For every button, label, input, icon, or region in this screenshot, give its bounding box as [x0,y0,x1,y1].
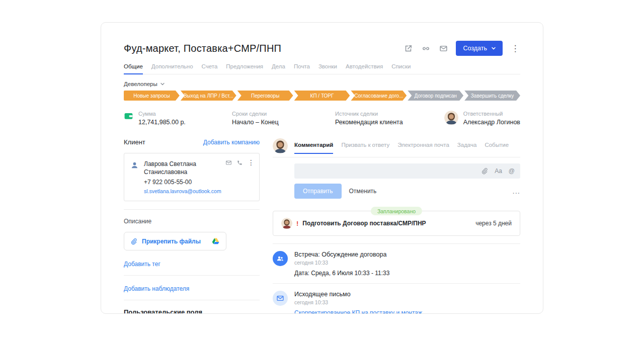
wallet-icon [124,111,133,121]
call-icon[interactable] [236,159,243,166]
owner-value[interactable]: Александр Логинов [463,119,520,126]
amount-value: 12,741,985.00 р. [138,119,186,126]
deal-card: Фуд-маркет, Поставка+СМР/ПНП Создать [101,22,543,314]
meeting-icon [273,251,288,266]
more-menu-icon[interactable]: ⋮ [510,43,520,53]
meeting-time: сегодня 10:33 [294,260,389,266]
main-tabs: Общие Дополнительно Счета Предложения Де… [124,63,520,74]
contact-email[interactable]: sl.svetlana.lavrova@outlook.com [144,188,221,194]
pipeline-selector[interactable]: Девелоперы [124,81,165,87]
timeline-panel: Комментарий Призвать к ответу Электронна… [273,138,520,313]
format-icon[interactable]: Aa [495,167,502,175]
email-time: сегодня 10:33 [294,299,462,305]
page-title: Фуд-маркет, Поставка+СМР/ПНП [124,43,281,54]
stage-contract-signed[interactable]: Договор подписан [408,91,463,101]
timeline-tabs-row: Комментарий Призвать к ответу Электронна… [273,138,520,157]
add-company-link[interactable]: Добавить компанию [203,139,260,146]
create-button-label: Создать [463,45,487,52]
google-drive-icon [211,237,220,245]
contact-phone[interactable]: +7 922 005-55-00 [144,179,221,186]
task-due: через 5 дней [475,220,512,227]
dates-block: Сроки сделки Начало – Конец [232,111,335,126]
stage-new-requests[interactable]: Новые запросы [124,91,180,101]
open-in-new-icon[interactable] [403,43,413,53]
planned-task-card[interactable]: Запланировано ! Подготовить Договор пост… [273,211,520,236]
email-subject-link[interactable]: Скорректированное КП на поставку и монта… [294,309,462,314]
timeline-tab-mention[interactable]: Призвать к ответу [341,142,389,153]
client-panel: Клиент Добавить компанию Лаврова Светлан… [124,138,260,313]
client-section-title: Клиент [124,138,145,146]
cancel-button[interactable]: Отменить [349,188,377,195]
divider [124,209,260,210]
mail-icon[interactable] [438,43,448,53]
meeting-entry[interactable]: Встреча: Обсуждение договора сегодня 10:… [273,244,520,283]
stage-proposal[interactable]: КП / ТОРГ [294,91,350,101]
timeline-tab-comment[interactable]: Комментарий [294,142,333,153]
mention-icon[interactable]: @ [509,167,515,175]
tab-calls[interactable]: Звонки [318,63,337,74]
description-label: Описание [124,218,260,225]
meeting-title[interactable]: Встреча: Обсуждение договора [294,251,389,258]
dates-value[interactable]: Начало – Конец [232,119,335,126]
amount-block: Сумма 12,741,985.00 р. [124,111,232,126]
chevron-down-icon [160,82,165,86]
contact-card[interactable]: Лаврова Светлана Станиславовна +7 922 00… [124,153,260,201]
page-background: Фуд-маркет, Поставка+СМР/ПНП Создать [0,0,644,337]
email-title: Исходящее письмо [294,291,462,298]
tab-invoices[interactable]: Счета [202,63,218,74]
contact-name[interactable]: Лаврова Светлана Станиславовна [144,160,204,176]
stage-decision-maker[interactable]: Выход на ЛПР / Вст... [181,91,236,101]
divider [124,300,260,300]
tab-automations[interactable]: Автодействия [346,63,383,74]
tab-additional[interactable]: Дополнительно [151,63,193,74]
source-block: Источник сделки Рекомендация клиента [335,111,444,126]
send-email-icon[interactable] [225,159,232,166]
send-button[interactable]: Отправить [294,184,342,199]
stage-bar: Новые запросы Выход на ЛПР / Вст... Пере… [124,91,520,101]
tab-activities[interactable]: Дела [272,63,285,74]
add-tag-link[interactable]: Добавить тег [124,261,160,268]
stage-close-deal[interactable]: Завершить сделку [464,91,520,101]
source-label: Источник сделки [335,111,444,117]
copy-link-icon[interactable] [421,43,431,53]
task-title[interactable]: Подготовить Договор поставка/СМР/ПНР [302,220,426,227]
timeline-tab-email[interactable]: Электронная почта [397,142,449,153]
owner-avatar[interactable] [444,111,458,125]
dates-label: Сроки сделки [232,111,335,117]
add-watcher-link[interactable]: Добавить наблюдателя [124,285,189,292]
outgoing-email-icon [273,291,288,306]
planned-badge: Запланировано [371,207,422,215]
timeline-tab-event[interactable]: Событие [485,142,509,153]
tab-mail[interactable]: Почта [294,63,310,74]
attach-files-button[interactable]: Прикрепить файлы [124,232,226,250]
divider [124,275,260,276]
owner-label: Ответственный [463,111,520,117]
task-avatar [281,218,292,229]
chevron-down-icon [492,47,496,50]
amount-label: Сумма [138,111,186,117]
timeline-tab-task[interactable]: Задача [457,142,477,153]
pipeline-name: Девелоперы [124,81,157,87]
attach-files-label: Прикрепить файлы [142,238,201,245]
comment-input[interactable]: Aa @ [294,163,520,179]
owner-block: Ответственный Александр Логинов [444,111,520,126]
title-actions: Создать ⋮ [403,41,520,56]
create-button[interactable]: Создать [456,41,503,56]
tab-lists[interactable]: Списки [391,63,411,74]
contact-more-icon[interactable]: ⋮ [248,159,255,166]
source-value[interactable]: Рекомендация клиента [335,119,444,126]
person-icon [130,161,139,170]
attach-icon[interactable] [481,167,488,175]
paperclip-icon [130,238,137,245]
tab-general[interactable]: Общие [124,63,143,74]
stage-negotiations[interactable]: Переговоры [237,91,293,101]
title-bar: Фуд-маркет, Поставка+СМР/ПНП Создать [124,41,520,56]
current-user-avatar [273,138,288,153]
comment-composer: Aa @ Отправить Отменить ... [294,163,520,199]
priority-exclamation-icon: ! [296,220,298,227]
email-entry[interactable]: Исходящее письмо сегодня 10:33 Скорректи… [273,284,520,314]
tab-offers[interactable]: Предложения [226,63,263,74]
deal-summary-row: Сумма 12,741,985.00 р. Сроки сделки Нача… [124,111,520,126]
stage-contract-approval[interactable]: Согласование дого... [351,91,407,101]
custom-fields-title: Пользовательские поля [124,308,260,314]
